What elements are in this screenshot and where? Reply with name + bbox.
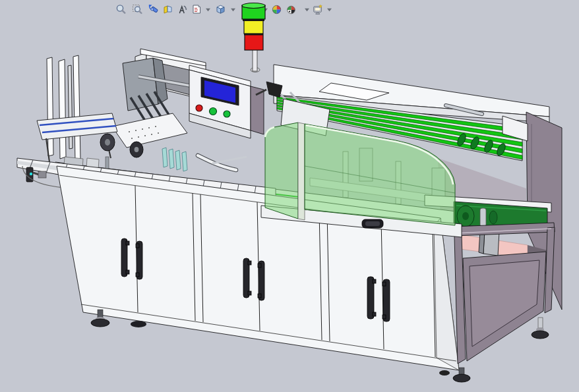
dynamic-annotation-views-button[interactable] xyxy=(175,2,189,16)
hide-show-items-icon xyxy=(243,4,254,15)
view-settings-icon xyxy=(313,4,324,15)
hide-show-items-dropdown[interactable] xyxy=(261,2,269,16)
start-button xyxy=(210,108,217,115)
section-view-icon xyxy=(162,4,173,15)
view-orientation-icon xyxy=(215,4,226,15)
hide-show-items-button[interactable] xyxy=(241,2,255,16)
edit-appearance-button[interactable] xyxy=(269,2,284,16)
view-orientation-button[interactable] xyxy=(213,2,228,16)
dropdown-arrow-icon xyxy=(262,7,268,12)
hmi-console xyxy=(189,65,264,138)
apply-scene-dropdown[interactable] xyxy=(303,2,311,16)
dropdown-arrow-icon xyxy=(230,7,236,12)
named-views-button[interactable] xyxy=(189,2,204,16)
apply-scene-icon xyxy=(286,4,297,15)
dropdown-arrow-icon xyxy=(326,7,332,12)
stop-button xyxy=(196,105,202,111)
named-views-dropdown[interactable] xyxy=(204,2,212,16)
dropdown-arrow-icon xyxy=(304,7,310,12)
previous-view-icon xyxy=(148,4,159,15)
section-view-button[interactable] xyxy=(160,2,175,16)
zoom-to-area-button[interactable] xyxy=(130,2,144,16)
machine-3d-model xyxy=(0,0,579,392)
zoom-to-fit-icon xyxy=(115,4,127,15)
reset-button xyxy=(224,111,230,117)
zoom-to-fit-button[interactable] xyxy=(113,2,128,16)
zoom-to-area-icon xyxy=(132,4,143,15)
edit-appearance-icon xyxy=(271,4,282,15)
3d-viewport[interactable] xyxy=(0,0,579,392)
apply-scene-button[interactable] xyxy=(284,2,298,16)
carton-magazine xyxy=(37,55,117,162)
view-settings-dropdown[interactable] xyxy=(325,2,333,16)
named-views-icon xyxy=(191,4,202,15)
view-settings-button[interactable] xyxy=(311,2,325,16)
dynamic-annotation-views-icon xyxy=(177,4,188,15)
view-orientation-dropdown[interactable] xyxy=(229,2,237,16)
dropdown-arrow-icon xyxy=(205,7,211,12)
previous-view-button[interactable] xyxy=(146,2,160,16)
heads-up-view-toolbar xyxy=(0,1,333,17)
